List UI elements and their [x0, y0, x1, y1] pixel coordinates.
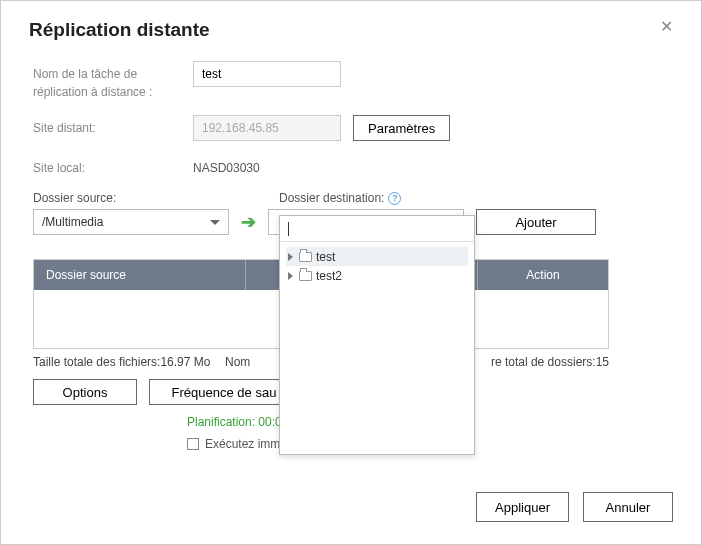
cancel-button[interactable]: Annuler — [583, 492, 673, 522]
destination-dropdown-list[interactable]: test test2 — [279, 215, 475, 455]
total-size-stat: Taille totale des fichiers:16.97 Mo — [33, 355, 225, 369]
destination-tree: test test2 — [280, 242, 474, 454]
task-name-label: Nom de la tâche de réplication à distanc… — [33, 61, 193, 101]
add-button[interactable]: Ajouter — [476, 209, 596, 235]
parameters-button[interactable]: Paramètres — [353, 115, 450, 141]
destination-folder-label: Dossier destination: ? — [279, 191, 401, 205]
run-immediately-checkbox[interactable] — [187, 438, 199, 450]
backup-frequency-button[interactable]: Fréquence de sau — [149, 379, 299, 405]
arrow-right-icon: ➔ — [241, 211, 256, 233]
dialog-header: Réplication distante ✕ — [1, 1, 701, 53]
close-icon[interactable]: ✕ — [660, 19, 673, 35]
table-col-action: Action — [478, 260, 608, 290]
task-name-input[interactable] — [193, 61, 341, 87]
destination-dropdown-input-row[interactable] — [280, 216, 474, 242]
chevron-down-icon — [210, 220, 220, 225]
replication-dialog: Réplication distante ✕ Nom de la tâche d… — [0, 0, 702, 545]
tree-expand-icon[interactable] — [288, 272, 293, 280]
tree-item-test2[interactable]: test2 — [286, 266, 468, 285]
help-icon[interactable]: ? — [388, 192, 401, 205]
source-folder-value: /Multimedia — [42, 215, 103, 229]
tree-item-label: test — [316, 250, 335, 264]
local-site-value: NASD03030 — [193, 155, 260, 181]
source-folder-label: Dossier source: — [33, 191, 279, 205]
local-site-label: Site local: — [33, 155, 193, 177]
apply-button[interactable]: Appliquer — [476, 492, 569, 522]
dialog-footer: Appliquer Annuler — [476, 492, 673, 522]
folder-icon — [299, 271, 312, 281]
folder-icon — [299, 252, 312, 262]
tree-expand-icon[interactable] — [288, 253, 293, 261]
source-folder-dropdown[interactable]: /Multimedia — [33, 209, 229, 235]
tree-item-label: test2 — [316, 269, 342, 283]
table-col-source: Dossier source — [34, 260, 246, 290]
options-button[interactable]: Options — [33, 379, 137, 405]
tree-item-test[interactable]: test — [286, 247, 468, 266]
text-cursor-icon — [288, 222, 289, 236]
remote-site-label: Site distant: — [33, 115, 193, 137]
dialog-title: Réplication distante — [29, 19, 210, 41]
remote-site-input — [193, 115, 341, 141]
